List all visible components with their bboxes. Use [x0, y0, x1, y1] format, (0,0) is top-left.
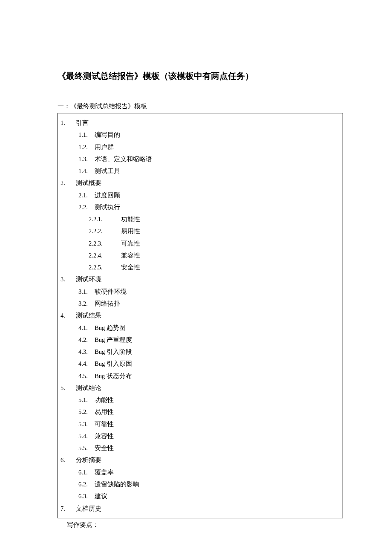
outline-item: 5.4. 兼容性: [58, 430, 338, 442]
outline-item: 4.4. Bug 引入原因: [58, 358, 338, 370]
outline-item: 3.1. 软硬件环境: [58, 286, 338, 298]
outline-text: 测试环境: [76, 273, 338, 285]
outline-item: 1.4. 测试工具: [58, 165, 338, 177]
outline-item: 4. 测试结果: [58, 309, 338, 321]
outline-item: 3.2. 网络拓扑: [58, 298, 338, 309]
outline-item: 5. 测试结论: [58, 382, 338, 394]
outline-num: 2.2.: [78, 201, 95, 213]
outline-text: 测试执行: [95, 201, 338, 213]
outline-num: 2.2.5.: [89, 261, 121, 273]
outline-num: 6.2.: [78, 478, 95, 490]
outline-item: 6.3. 建议: [58, 490, 338, 502]
outline-item: 4.1. Bug 趋势图: [58, 322, 338, 334]
outline-num: 4.: [58, 309, 76, 321]
outline-num: 3.2.: [78, 298, 95, 309]
outline-text: Bug 严重程度: [95, 334, 338, 346]
outline-box: 1. 引言 1.1. 编写目的 1.2. 用户群 1.3. 术语、定义和缩略语 …: [58, 113, 343, 518]
outline-num: 3.: [58, 273, 76, 285]
outline-num: 1.2.: [78, 141, 95, 153]
outline-text: 测试结论: [76, 382, 338, 394]
document-page: 《最终测试总结报告》模板（该模板中有两点任务） 一：《最终测试总结报告》模板 1…: [0, 0, 392, 529]
outline-num: 4.2.: [78, 334, 95, 346]
section-subtitle: 一：《最终测试总结报告》模板: [58, 102, 343, 110]
footer-note: 写作要点：: [58, 521, 343, 529]
outline-item: 5.1. 功能性: [58, 394, 338, 406]
outline-text: 建议: [95, 490, 338, 502]
outline-text: 分析摘要: [76, 454, 338, 466]
outline-text: 测试概要: [76, 177, 338, 189]
outline-text: Bug 引入原因: [95, 358, 338, 370]
outline-text: 易用性: [121, 225, 338, 237]
outline-num: 1.1.: [78, 129, 95, 141]
outline-text: 功能性: [95, 394, 338, 406]
outline-num: 3.1.: [78, 286, 95, 298]
outline-text: 测试结果: [76, 309, 338, 321]
outline-item: 2. 测试概要: [58, 177, 338, 189]
outline-item: 5.5. 安全性: [58, 442, 338, 454]
outline-item: 2.2.4. 兼容性: [58, 249, 338, 261]
outline-text: 兼容性: [121, 249, 338, 261]
outline-item: 3. 测试环境: [58, 273, 338, 285]
outline-num: 6.: [58, 454, 76, 466]
outline-text: 引言: [76, 117, 338, 129]
outline-item: 2.2. 测试执行: [58, 201, 338, 213]
outline-item: 2.2.2. 易用性: [58, 225, 338, 237]
outline-num: 6.3.: [78, 490, 95, 502]
outline-text: 兼容性: [95, 430, 338, 442]
outline-num: 5.5.: [78, 442, 95, 454]
outline-num: 5.4.: [78, 430, 95, 442]
outline-num: 1.3.: [78, 153, 95, 165]
outline-num: 2.1.: [78, 189, 95, 201]
outline-num: 2.: [58, 177, 76, 189]
outline-num: 5.: [58, 382, 76, 394]
outline-text: 安全性: [95, 442, 338, 454]
outline-text: 功能性: [121, 213, 338, 225]
outline-num: 2.2.3.: [89, 237, 121, 249]
outline-num: 2.2.2.: [89, 225, 121, 237]
outline-text: 术语、定义和缩略语: [95, 153, 338, 165]
outline-num: 2.2.1.: [89, 213, 121, 225]
outline-item: 4.5. Bug 状态分布: [58, 370, 338, 382]
outline-text: 遗留缺陷的影响: [95, 478, 338, 490]
outline-item: 2.2.5. 安全性: [58, 261, 338, 273]
outline-num: 5.1.: [78, 394, 95, 406]
outline-item: 1.1. 编写目的: [58, 129, 338, 141]
outline-num: 4.1.: [78, 322, 95, 334]
outline-text: 易用性: [95, 406, 338, 418]
outline-text: 进度回顾: [95, 189, 338, 201]
outline-text: 网络拓扑: [95, 298, 338, 309]
outline-text: Bug 引入阶段: [95, 346, 338, 358]
outline-text: Bug 趋势图: [95, 322, 338, 334]
outline-text: 可靠性: [95, 418, 338, 430]
outline-text: 用户群: [95, 141, 338, 153]
outline-text: 编写目的: [95, 129, 338, 141]
outline-item: 4.3. Bug 引入阶段: [58, 346, 338, 358]
outline-text: Bug 状态分布: [95, 370, 338, 382]
outline-item: 2.2.1. 功能性: [58, 213, 338, 225]
outline-num: 4.4.: [78, 358, 95, 370]
outline-item: 2.1. 进度回顾: [58, 189, 338, 201]
outline-item: 1.2. 用户群: [58, 141, 338, 153]
outline-num: 2.2.4.: [89, 249, 121, 261]
outline-item: 6. 分析摘要: [58, 454, 338, 466]
outline-text: 文档历史: [76, 503, 338, 515]
outline-num: 5.2.: [78, 406, 95, 418]
outline-num: 1.: [58, 117, 76, 129]
outline-text: 安全性: [121, 261, 338, 273]
outline-item: 6.1. 覆盖率: [58, 466, 338, 478]
outline-item: 6.2. 遗留缺陷的影响: [58, 478, 338, 490]
outline-item: 7. 文档历史: [58, 503, 338, 515]
outline-num: 7.: [58, 503, 76, 515]
outline-item: 1.3. 术语、定义和缩略语: [58, 153, 338, 165]
outline-num: 5.3.: [78, 418, 95, 430]
page-title: 《最终测试总结报告》模板（该模板中有两点任务）: [58, 70, 343, 82]
outline-item: 2.2.3. 可靠性: [58, 237, 338, 249]
outline-item: 5.2. 易用性: [58, 406, 338, 418]
outline-num: 1.4.: [78, 165, 95, 177]
outline-text: 测试工具: [95, 165, 338, 177]
outline-num: 4.5.: [78, 370, 95, 382]
outline-item: 5.3. 可靠性: [58, 418, 338, 430]
outline-text: 软硬件环境: [95, 286, 338, 298]
outline-item: 1. 引言: [58, 117, 338, 129]
outline-text: 覆盖率: [95, 466, 338, 478]
